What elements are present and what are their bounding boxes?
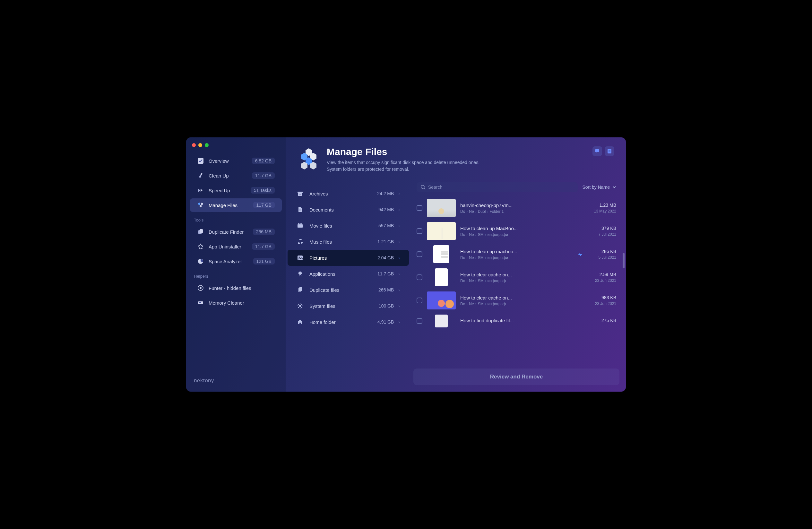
maximize-window-button[interactable] xyxy=(205,143,208,147)
svg-rect-11 xyxy=(200,302,201,303)
svg-rect-19 xyxy=(609,150,610,151)
file-name: How to find duplicate fil... xyxy=(460,318,583,323)
chevron-right-icon: › xyxy=(398,207,400,212)
review-and-remove-button[interactable]: Review and Remove xyxy=(414,369,620,385)
chevron-right-icon: › xyxy=(398,191,400,196)
file-date: 7 Jul 2021 xyxy=(588,232,616,237)
scrollbar-thumb[interactable] xyxy=(623,253,625,268)
files-panel: Sort by Name hanvin-cheong-pp7Vm... Do›N… xyxy=(411,179,626,391)
duplicate-icon xyxy=(197,228,204,235)
file-name: hanvin-cheong-pp7Vm... xyxy=(460,202,583,208)
sidebar-item-funter[interactable]: Funter - hidden files xyxy=(190,281,282,295)
category-label: Duplicate files xyxy=(309,287,378,293)
file-size: 983 KB xyxy=(588,295,616,300)
category-applications[interactable]: Applications 11.7 GB › xyxy=(288,266,409,282)
guide-button[interactable] xyxy=(605,146,614,156)
file-size: 1.23 MB xyxy=(588,202,616,208)
svg-point-35 xyxy=(299,305,301,307)
file-info: How to find duplicate fil... xyxy=(460,318,583,325)
svg-rect-34 xyxy=(299,287,302,291)
category-label: Documents xyxy=(309,207,378,213)
category-archives[interactable]: Archives 24.2 MB › xyxy=(288,186,409,202)
movie-icon xyxy=(296,222,304,229)
sidebar-item-value: 266 MB xyxy=(253,229,275,235)
close-window-button[interactable] xyxy=(192,143,196,147)
category-size: 11.7 GB xyxy=(377,271,394,276)
chat-button[interactable] xyxy=(593,146,602,156)
file-checkbox[interactable] xyxy=(417,318,422,324)
file-name: How to clear cache on... xyxy=(460,295,583,300)
chevron-right-icon: › xyxy=(398,287,400,292)
sidebar-item-space-analyzer[interactable]: Space Analyzer 121 GB xyxy=(190,255,282,268)
sidebar-item-speedup[interactable]: Speed Up 51 Tasks xyxy=(190,184,282,197)
file-checkbox[interactable] xyxy=(417,228,422,234)
file-name: How to clean up macboo... xyxy=(460,249,572,254)
category-music[interactable]: Music files 1.21 GB › xyxy=(288,234,409,250)
scrollbar[interactable] xyxy=(623,198,625,363)
picture-icon xyxy=(296,254,304,261)
file-row[interactable]: How to clean up macboo... Do›Ne›SM›инфог… xyxy=(414,243,620,266)
file-checkbox[interactable] xyxy=(417,274,422,280)
search-box[interactable] xyxy=(417,182,578,192)
sort-dropdown[interactable]: Sort by Name xyxy=(582,185,616,190)
file-row[interactable]: hanvin-cheong-pp7Vm... Do›Ne›Dupl›Folder… xyxy=(414,197,620,219)
sidebar-item-duplicate-finder[interactable]: Duplicate Finder 266 MB xyxy=(190,225,282,239)
search-input[interactable] xyxy=(428,185,574,190)
svg-rect-5 xyxy=(200,229,203,233)
sidebar-item-cleanup[interactable]: Clean Up 11.7 GB xyxy=(190,169,282,182)
category-pictures[interactable]: Pictures 2.04 GB › xyxy=(288,250,409,266)
svg-rect-36 xyxy=(300,323,301,324)
file-checkbox[interactable] xyxy=(417,205,422,211)
svg-point-27 xyxy=(298,223,300,224)
target-icon xyxy=(197,284,204,291)
category-documents[interactable]: Documents 942 MB › xyxy=(288,202,409,218)
pie-chart-icon xyxy=(197,258,204,265)
file-checkbox[interactable] xyxy=(417,298,422,303)
file-info: How to clear cache on... Do›Ne›SM›инфогр… xyxy=(460,295,583,306)
file-thumbnail xyxy=(433,245,449,263)
svg-rect-20 xyxy=(609,151,610,152)
file-meta: 1.23 MB 13 May 2022 xyxy=(588,202,616,213)
sidebar-item-value: 117 GB xyxy=(253,202,275,208)
sidebar-item-value: 11.7 GB xyxy=(252,243,275,250)
file-size: 286 KB xyxy=(588,249,616,254)
chevron-right-icon: › xyxy=(398,239,400,244)
svg-point-8 xyxy=(200,287,202,289)
file-row[interactable]: How to clear cache on... Do›Ne›SM›инфогр… xyxy=(414,266,620,289)
category-system-files[interactable]: System files 100 GB › xyxy=(288,298,409,314)
chevron-right-icon: › xyxy=(398,303,400,309)
sidebar-item-memory-cleaner[interactable]: Memory Cleaner xyxy=(190,296,282,310)
file-row[interactable]: How to clear cache on... Do›Ne›SM›инфогр… xyxy=(414,289,620,312)
minimize-window-button[interactable] xyxy=(198,143,202,147)
file-list[interactable]: hanvin-cheong-pp7Vm... Do›Ne›Dupl›Folder… xyxy=(414,197,620,364)
category-size: 2.04 GB xyxy=(377,255,394,260)
sidebar-item-label: Space Analyzer xyxy=(208,259,253,264)
app-hexagon-icon xyxy=(297,146,320,170)
chevron-right-icon: › xyxy=(398,255,400,260)
category-movies[interactable]: Movie files 557 MB › xyxy=(288,218,409,234)
svg-marker-1 xyxy=(198,202,200,205)
memory-icon xyxy=(197,299,204,306)
file-date: 23 Jun 2021 xyxy=(588,278,616,283)
category-label: Movie files xyxy=(309,223,378,229)
category-duplicate-files[interactable]: Duplicate files 266 MB › xyxy=(288,282,409,298)
sidebar-item-overview[interactable]: Overview 6.82 GB xyxy=(190,154,282,168)
search-icon xyxy=(420,185,425,190)
chevron-right-icon: › xyxy=(398,271,400,276)
svg-rect-25 xyxy=(299,210,301,210)
file-row[interactable]: How to clean up MacBoo... Do›Ne›SM›инфог… xyxy=(414,219,620,243)
sidebar-item-app-uninstaller[interactable]: App Uninstaller 11.7 GB xyxy=(190,240,282,253)
home-icon xyxy=(296,318,304,326)
file-checkbox[interactable] xyxy=(417,251,422,257)
main-panel: Manage Files View the items that occupy … xyxy=(286,138,626,391)
category-home-folder[interactable]: Home folder 4.91 GB › xyxy=(288,314,409,330)
sidebar-item-label: Funter - hidden files xyxy=(208,285,275,291)
category-label: Applications xyxy=(309,271,377,277)
file-row[interactable]: How to find duplicate fil... 275 KB xyxy=(414,312,620,330)
archive-icon xyxy=(296,190,304,197)
document-icon xyxy=(296,206,304,213)
sidebar-item-value: 121 GB xyxy=(253,258,275,264)
svg-point-30 xyxy=(301,242,303,244)
svg-line-38 xyxy=(424,188,425,189)
sidebar-item-manage-files[interactable]: Manage Files 117 GB xyxy=(190,198,282,212)
